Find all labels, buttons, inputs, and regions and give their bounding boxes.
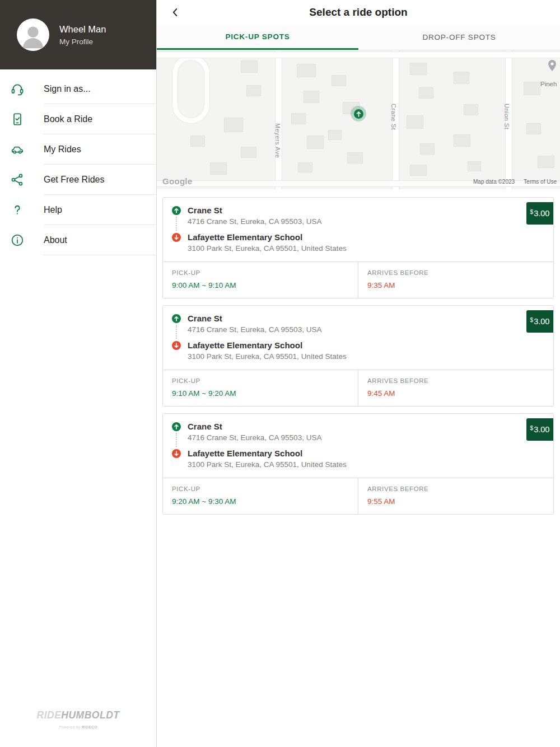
powered-by-rideco: Powered by RIDECO (0, 725, 156, 729)
arrives-before-label: ARRIVES BEFORE (367, 377, 544, 384)
top-bar: Select a ride option (157, 0, 560, 25)
dropoff-address: 3100 Park St, Eureka, CA 95501, United S… (188, 459, 347, 470)
ride-option-card[interactable]: Crane St 4716 Crane St, Eureka, CA 95503… (162, 413, 554, 515)
tab-dropoff-spots[interactable]: DROP-OFF SPOTS (358, 25, 560, 50)
arrives-time-column: ARRIVES BEFORE 9:45 AM (358, 370, 553, 406)
info-icon (0, 233, 35, 248)
pickup-spot-marker[interactable] (351, 106, 366, 122)
pickup-time-column: PICK-UP 9:00 AM ~ 9:10 AM (163, 262, 358, 298)
route-connector (176, 433, 177, 447)
profile-header[interactable]: Wheel Man My Profile (0, 0, 156, 69)
pickup-address: 4716 Crane St, Eureka, CA 95503, USA (188, 216, 321, 227)
poi-label-pinehurst: Pineh (540, 81, 557, 87)
sidebar-menu: Sign in as... Book a Ride M (0, 69, 156, 255)
person-silhouette-icon (17, 18, 49, 51)
dropoff-name: Lafayette Elementary School (188, 448, 347, 459)
ride-options-list: Crane St 4716 Crane St, Eureka, CA 95503… (157, 189, 560, 515)
dropoff-address: 3100 Park St, Eureka, CA 95501, United S… (188, 243, 347, 254)
pickup-name: Crane St (188, 205, 321, 216)
pickup-label: PICK-UP (172, 269, 349, 276)
profile-name: Wheel Man (59, 24, 106, 35)
pickup-address: 4716 Crane St, Eureka, CA 95503, USA (188, 432, 321, 443)
street-label-union-st: Union St (503, 104, 510, 129)
sidebar-item-help[interactable]: Help (0, 195, 156, 225)
ride-option-card[interactable]: Crane St 4716 Crane St, Eureka, CA 95503… (162, 305, 554, 407)
sidebar-item-label: Help (44, 195, 156, 225)
sidebar-item-label: Sign in as... (44, 74, 156, 104)
ride-option-card[interactable]: Crane St 4716 Crane St, Eureka, CA 95503… (162, 197, 554, 298)
profile-subtitle: My Profile (59, 38, 106, 46)
sidebar-item-about[interactable]: About (0, 225, 156, 255)
arrives-before-label: ARRIVES BEFORE (367, 269, 544, 276)
page-title: Select a ride option (157, 6, 560, 18)
pickup-label: PICK-UP (172, 485, 349, 492)
dropoff-icon (172, 341, 181, 350)
pickup-window: 9:20 AM ~ 9:30 AM (172, 497, 349, 506)
chevron-left-icon (169, 6, 181, 18)
map-pin-icon (545, 58, 559, 75)
price-badge: $3.00 (526, 418, 553, 441)
pickup-window: 9:10 AM ~ 9:20 AM (172, 389, 349, 398)
pickup-icon (172, 422, 181, 431)
pickup-label: PICK-UP (172, 377, 349, 384)
sidebar-item-label: My Rides (44, 134, 156, 165)
dropoff-name: Lafayette Elementary School (188, 232, 347, 242)
headset-icon (0, 82, 35, 96)
dropoff-icon (172, 233, 181, 242)
price-badge: $3.00 (526, 202, 553, 225)
main-panel: Select a ride option PICK-UP SPOTS DROP-… (157, 0, 560, 747)
sidebar-item-label: About (44, 225, 156, 255)
back-button[interactable] (165, 0, 186, 25)
booking-check-icon (0, 112, 35, 127)
street-label-crane-st: Crane St (390, 104, 397, 130)
street-label-meyers-ave: Meyers Ave (274, 123, 281, 158)
arrives-time: 9:35 AM (367, 281, 544, 290)
price-badge: $3.00 (526, 310, 553, 333)
dropoff-name: Lafayette Elementary School (188, 340, 347, 351)
map-loop-road (172, 55, 209, 123)
pickup-window: 9:00 AM ~ 9:10 AM (172, 281, 349, 290)
pickup-marker-icon (354, 109, 363, 119)
sidebar-item-get-free-rides[interactable]: Get Free Rides (0, 165, 156, 195)
google-logo: Google (162, 176, 192, 186)
pickup-icon (172, 206, 181, 215)
route-connector (176, 217, 177, 231)
map-road-horizontal-top (157, 52, 560, 58)
pickup-icon (172, 314, 181, 323)
pickup-time-column: PICK-UP 9:20 AM ~ 9:30 AM (163, 478, 358, 514)
arrives-time-column: ARRIVES BEFORE 9:55 AM (358, 478, 553, 514)
pickup-address: 4716 Crane St, Eureka, CA 95503, USA (188, 324, 321, 335)
map[interactable]: Meyers Ave Crane St Union St Pineh Googl… (157, 50, 560, 189)
sidebar-item-label: Get Free Rides (44, 165, 156, 195)
route-connector (176, 325, 177, 339)
avatar (17, 18, 49, 51)
sidebar-item-my-rides[interactable]: My Rides (0, 134, 156, 165)
sidebar-item-book-a-ride[interactable]: Book a Ride (0, 104, 156, 134)
question-icon (0, 203, 35, 217)
terms-of-use-link[interactable]: Terms of Use (524, 179, 557, 185)
pickup-name: Crane St (188, 421, 321, 432)
share-icon (0, 172, 35, 187)
pickup-name: Crane St (188, 313, 321, 324)
dropoff-icon (172, 449, 181, 458)
map-road-meyers (275, 50, 282, 189)
arrives-time-column: ARRIVES BEFORE 9:35 AM (358, 262, 553, 298)
map-data-attribution: Map data ©2023 (473, 179, 515, 185)
pickup-time-column: PICK-UP 9:10 AM ~ 9:20 AM (163, 370, 358, 406)
tab-pickup-spots[interactable]: PICK-UP SPOTS (157, 25, 358, 50)
car-icon (0, 142, 35, 157)
tab-bar: PICK-UP SPOTS DROP-OFF SPOTS (157, 25, 560, 50)
dropoff-address: 3100 Park St, Eureka, CA 95501, United S… (188, 351, 347, 362)
sidebar: Wheel Man My Profile Sign in as... (0, 0, 157, 747)
sidebar-item-label: Book a Ride (44, 104, 156, 134)
arrives-time: 9:55 AM (367, 497, 544, 506)
arrives-before-label: ARRIVES BEFORE (367, 485, 544, 492)
sidebar-item-sign-in[interactable]: Sign in as... (0, 74, 156, 104)
ridehumboldt-logo: RIDEHUMBOLDT (0, 709, 156, 721)
arrives-time: 9:45 AM (367, 389, 544, 398)
